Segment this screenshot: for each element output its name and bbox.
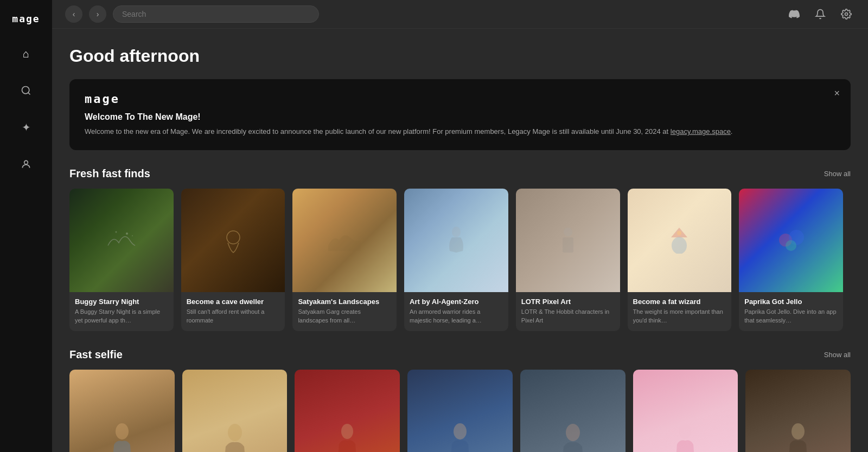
card-image	[739, 189, 843, 293]
card-desc: A Buggy Starry Night is a simple yet pow…	[75, 308, 168, 325]
card-title: Paprika Got Jello	[744, 298, 838, 306]
svg-point-9	[564, 228, 572, 236]
svg-line-1	[28, 93, 30, 95]
fresh-finds-section-header: Fresh fast finds Show all	[69, 167, 851, 180]
card-buggy-starry-night[interactable]: Buggy Starry Night A Buggy Starry Night …	[69, 189, 174, 331]
card-body: Satyakam's Landscapes Satyakam Garg crea…	[292, 292, 397, 331]
card-body: Become a fat wizard The weight is more i…	[628, 292, 732, 331]
banner-close-button[interactable]: ×	[834, 88, 840, 99]
svg-point-3	[845, 13, 848, 16]
card-image	[628, 189, 732, 293]
sidebar-item-search[interactable]	[14, 79, 38, 102]
svg-point-21	[566, 424, 580, 441]
card-landscapes[interactable]: Satyakam's Landscapes Satyakam Garg crea…	[292, 189, 397, 331]
fresh-finds-cards: Buggy Starry Night A Buggy Starry Night …	[69, 189, 851, 331]
card-title: Satyakam's Landscapes	[298, 298, 391, 306]
svg-point-16	[786, 240, 796, 251]
sidebar-item-user[interactable]	[14, 152, 38, 176]
card-desc: Satyakam Garg creates landscapes from al…	[298, 308, 391, 325]
selfie-image	[407, 370, 513, 452]
card-title: LOTR Pixel Art	[521, 298, 615, 306]
card-image	[292, 189, 397, 293]
fast-selfie-show-all[interactable]: Show all	[824, 351, 851, 359]
card-cave-dweller[interactable]: Become a cave dweller Still can't afford…	[181, 189, 285, 331]
selfie-card-3[interactable]	[295, 370, 400, 452]
svg-point-23	[792, 423, 805, 440]
settings-icon[interactable]	[838, 5, 855, 23]
selfie-cards	[69, 370, 851, 452]
selfie-card-2[interactable]	[182, 370, 288, 452]
card-image	[69, 189, 174, 293]
selfie-image	[745, 370, 851, 452]
banner-title: Welcome To The New Mage!	[85, 112, 835, 122]
card-lotr[interactable]: LOTR Pixel Art LOTR & The Hobbit charact…	[516, 189, 620, 331]
card-desc: LOTR & The Hobbit characters in Pixel Ar…	[521, 308, 615, 325]
main-panel: ‹ › Good afternoon mage Welcome To The N…	[52, 0, 868, 452]
svg-point-2	[24, 160, 28, 164]
selfie-card-6[interactable]	[633, 370, 738, 452]
card-body: Art by AI-Agent-Zero An armored warrior …	[404, 292, 508, 331]
card-body: Buggy Starry Night A Buggy Starry Night …	[69, 292, 174, 331]
selfie-image	[633, 370, 738, 452]
selfie-card-7[interactable]	[745, 370, 851, 452]
svg-point-19	[341, 424, 353, 439]
svg-point-12	[677, 231, 681, 235]
bell-icon[interactable]	[812, 5, 829, 23]
card-body: Become a cave dweller Still can't afford…	[181, 292, 285, 331]
svg-rect-10	[563, 237, 573, 253]
card-fat-wizard[interactable]: Become a fat wizard The weight is more i…	[628, 189, 732, 331]
svg-point-13	[672, 237, 687, 254]
card-body: Paprika Got Jello Paprika Got Jello. Div…	[739, 292, 843, 331]
card-image	[516, 189, 620, 293]
card-desc: Paprika Got Jello. Dive into an app that…	[744, 308, 838, 325]
selfie-card-4[interactable]	[407, 370, 513, 452]
card-warrior[interactable]: Art by AI-Agent-Zero An armored warrior …	[404, 189, 508, 331]
card-paprika-jello[interactable]: Paprika Got Jello Paprika Got Jello. Div…	[739, 189, 843, 331]
topbar-actions	[786, 5, 855, 23]
svg-point-0	[22, 87, 29, 94]
discord-icon[interactable]	[786, 5, 803, 23]
card-title: Buggy Starry Night	[75, 298, 168, 306]
topbar: ‹ ›	[52, 0, 868, 29]
card-body: LOTR Pixel Art LOTR & The Hobbit charact…	[516, 292, 620, 331]
content-area: Good afternoon mage Welcome To The New M…	[52, 29, 868, 452]
banner-text: Welcome to the new era of Mage. We are i…	[85, 126, 835, 137]
card-desc: Still can't afford rent without a roomma…	[187, 308, 280, 325]
card-title: Become a cave dweller	[187, 298, 280, 306]
search-input[interactable]	[113, 5, 319, 23]
svg-point-5	[115, 231, 117, 233]
svg-point-20	[454, 423, 467, 440]
card-desc: The weight is more important than you'd …	[633, 308, 726, 325]
selfie-image	[182, 370, 288, 452]
svg-point-8	[452, 227, 461, 237]
banner-logo: mage	[85, 92, 835, 106]
sidebar-logo: mage	[12, 9, 40, 29]
back-button[interactable]: ‹	[65, 5, 82, 23]
selfie-card-5[interactable]	[520, 370, 626, 452]
card-title: Become a fat wizard	[633, 298, 726, 306]
svg-point-18	[228, 424, 242, 441]
welcome-banner: mage Welcome To The New Mage! Welcome to…	[69, 79, 851, 150]
card-title: Art by AI-Agent-Zero	[410, 298, 503, 306]
svg-point-17	[116, 423, 129, 440]
card-image	[181, 189, 285, 293]
svg-point-4	[126, 233, 128, 235]
selfie-image	[69, 370, 175, 452]
greeting-text: Good afternoon	[69, 46, 851, 66]
svg-point-6	[132, 235, 133, 236]
card-desc: An armored warrior rides a majestic hors…	[410, 308, 503, 325]
forward-button[interactable]: ›	[89, 5, 106, 23]
sidebar: mage ⌂ ✦	[0, 0, 52, 452]
selfie-card-1[interactable]	[69, 370, 175, 452]
fresh-finds-title: Fresh fast finds	[69, 167, 150, 180]
legacy-link[interactable]: legacy.mage.space	[671, 127, 731, 135]
fresh-finds-show-all[interactable]: Show all	[824, 170, 851, 178]
selfie-image	[520, 370, 626, 452]
sidebar-item-sparkle[interactable]: ✦	[14, 115, 38, 139]
fast-selfie-title: Fast selfie	[69, 348, 123, 361]
selfie-image	[295, 370, 400, 452]
sidebar-item-home[interactable]: ⌂	[14, 42, 38, 66]
svg-point-22	[679, 424, 691, 439]
svg-point-7	[227, 231, 240, 244]
fast-selfie-section-header: Fast selfie Show all	[69, 348, 851, 361]
